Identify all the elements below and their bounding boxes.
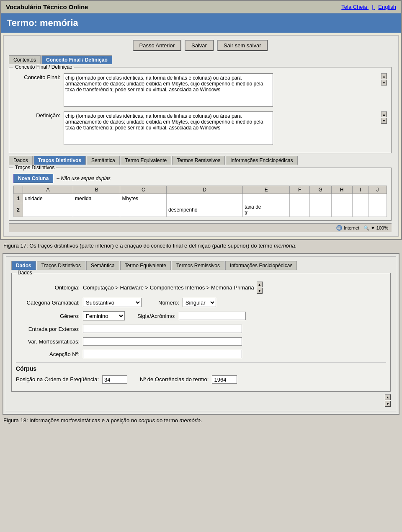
header-links[interactable]: Tela Cheia | English bbox=[338, 4, 396, 10]
grid-cell-2a[interactable] bbox=[23, 203, 73, 217]
grid-row-2: 2 desempenho taxa detr bbox=[14, 203, 387, 217]
grid-cell-1a[interactable]: unidade bbox=[23, 194, 73, 203]
fullscreen-link[interactable]: Tela Cheia bbox=[341, 4, 367, 10]
sigla-label: Sigla/Acrônimo: bbox=[137, 313, 175, 319]
tab2-termo-equiv[interactable]: Termo Equivalente bbox=[120, 261, 171, 270]
grid-col-a: A bbox=[23, 186, 73, 194]
entrada-input[interactable] bbox=[83, 325, 242, 333]
browser-window-2: Dados Traços Distintivos Semântica Termo… bbox=[3, 253, 399, 415]
save-button[interactable]: Salvar bbox=[185, 40, 214, 51]
grid-cell-2j[interactable] bbox=[368, 203, 387, 217]
grid-row-2-num: 2 bbox=[14, 203, 23, 217]
posicao-value: Nº de Ocorrências do termo: bbox=[102, 375, 386, 384]
definicao-scroll-down[interactable]: ▼ bbox=[381, 118, 387, 124]
figure1-term: memória bbox=[274, 243, 295, 249]
grid-cell-2h[interactable] bbox=[331, 203, 352, 217]
numero-select[interactable]: Singular Plural bbox=[183, 298, 216, 307]
grid-cell-2i[interactable] bbox=[352, 203, 368, 217]
prev-button[interactable]: Passo Anterior bbox=[133, 40, 182, 51]
language-link[interactable]: English bbox=[378, 4, 396, 10]
var-morfo-value bbox=[83, 337, 386, 346]
sigla-input[interactable] bbox=[179, 312, 246, 320]
tab-dados[interactable]: Dados bbox=[9, 156, 33, 165]
main-scroll-up[interactable]: ▲ bbox=[385, 394, 391, 400]
genero-value: Feminino Masculino Neutro Sigla/Acrônimo… bbox=[83, 311, 386, 320]
tab-termos-remiss[interactable]: Termos Remissivos bbox=[172, 156, 225, 165]
tab2-info-encic[interactable]: Informações Enciclopédicas bbox=[225, 261, 297, 270]
numero-label: Número: bbox=[158, 300, 179, 306]
grid-cell-2g[interactable] bbox=[309, 203, 331, 217]
ontologia-scroll-up[interactable]: ▲ bbox=[257, 281, 263, 287]
acep-input[interactable] bbox=[83, 350, 242, 358]
figure2-caption-text: Figura 18: Informações morfossintáticas … bbox=[3, 417, 137, 424]
bottom-tabs: Dados Traços Distintivos Semântica Termo… bbox=[9, 156, 392, 165]
tab-semantica[interactable]: Semântica bbox=[87, 156, 120, 165]
tab-tracos[interactable]: Traços Distintivos bbox=[34, 156, 86, 165]
ontologia-row: Ontologia: Computação > Hardware > Compo… bbox=[16, 281, 386, 294]
figure2-term: memória bbox=[180, 417, 201, 424]
definicao-label: Definição: bbox=[13, 111, 64, 119]
definicao-textarea[interactable] bbox=[64, 111, 273, 145]
grid-cell-2d[interactable]: desempenho bbox=[167, 203, 243, 217]
cat-gram-row: Categoria Gramatical: Substantivo Verbo … bbox=[16, 298, 386, 307]
ocorrencias-label: Nº de Ocorrências do termo: bbox=[140, 376, 209, 383]
figure2-caption: Figura 18: Informações morfossintáticas … bbox=[0, 415, 402, 428]
conceito-scroll-down[interactable]: ▼ bbox=[381, 80, 387, 85]
grid-cell-2f[interactable] bbox=[290, 203, 309, 217]
definicao-row: Definição: ▲ ▼ bbox=[13, 111, 387, 146]
term-title: Termo: memória bbox=[7, 18, 78, 28]
cat-gram-value: Substantivo Verbo Adjetivo Número: Singu… bbox=[83, 298, 386, 307]
tab2-semantica[interactable]: Semântica bbox=[86, 261, 119, 270]
nova-coluna-button[interactable]: Nova Coluna bbox=[13, 174, 53, 183]
tab-termo-equiv[interactable]: Termo Equivalente bbox=[121, 156, 171, 165]
var-morfo-input[interactable] bbox=[83, 337, 242, 346]
grid-cell-1e[interactable] bbox=[243, 194, 290, 203]
fieldset-tracos-legend: Traços Distintivos bbox=[13, 165, 56, 170]
tab-conceito[interactable]: Conceito Final / Definição bbox=[41, 55, 112, 64]
acep-value bbox=[83, 350, 386, 358]
figure1-caption-text: Figura 17: Os traços distintivos (parte … bbox=[3, 243, 272, 249]
content-area-2: Dados Traços Distintivos Semântica Termo… bbox=[6, 256, 396, 411]
grid-row-1: 1 unidade medida Mbytes bbox=[14, 194, 387, 203]
genero-row: Gênero: Feminino Masculino Neutro Sigla/… bbox=[16, 311, 386, 320]
ontologia-scroll-down[interactable]: ▼ bbox=[257, 288, 263, 294]
grid-cell-2b[interactable] bbox=[73, 203, 120, 217]
grid-cell-1h[interactable] bbox=[331, 194, 352, 203]
grid-cell-1f[interactable] bbox=[290, 194, 309, 203]
tab2-tracos[interactable]: Traços Distintivos bbox=[37, 261, 85, 270]
grid-cell-1g[interactable] bbox=[309, 194, 331, 203]
posicao-input[interactable] bbox=[102, 375, 127, 384]
grid-header-row: A B C D E F G H I J bbox=[14, 186, 387, 194]
tab-contextos[interactable]: Contextos bbox=[9, 55, 41, 64]
ontologia-scroll: ▲ ▼ bbox=[257, 281, 263, 294]
grid-cell-2e[interactable]: taxa detr bbox=[243, 203, 290, 217]
tab-info-encic[interactable]: Informações Enciclopédicas bbox=[226, 156, 297, 165]
figure2-corpus: corpus bbox=[139, 417, 155, 424]
grid-cell-1i[interactable] bbox=[352, 194, 368, 203]
main-scroll-down[interactable]: ▼ bbox=[385, 401, 391, 407]
definicao-scroll-up[interactable]: ▲ bbox=[381, 111, 387, 117]
grid-cell-1d[interactable] bbox=[167, 194, 243, 203]
grid-row-1-num: 1 bbox=[14, 194, 23, 203]
grid-cell-1c[interactable]: Mbytes bbox=[120, 194, 167, 203]
tab2-termos-remiss[interactable]: Termos Remissivos bbox=[172, 261, 224, 270]
conceito-scroll-up[interactable]: ▲ bbox=[381, 73, 387, 79]
entrada-label: Entrada por Extenso: bbox=[16, 326, 83, 332]
posicao-row: Posição na Ordem de Freqüência: Nº de Oc… bbox=[16, 375, 386, 384]
fieldset-conceito: Conceito Final / Definição Conceito Fina… bbox=[9, 64, 392, 153]
grid-table: A B C D E F G H I J bbox=[13, 186, 387, 217]
exit-button[interactable]: Sair sem salvar bbox=[217, 40, 268, 51]
grid-cell-1j[interactable] bbox=[368, 194, 387, 203]
conceito-final-row: Conceito Final: ▲ ▼ bbox=[13, 73, 387, 108]
app-title: Vocabulário Técnico Online bbox=[6, 3, 88, 10]
cat-gram-select[interactable]: Substantivo Verbo Adjetivo bbox=[83, 298, 142, 307]
ocorrencias-input[interactable] bbox=[212, 375, 237, 384]
grid-cell-2c[interactable] bbox=[120, 203, 167, 217]
genero-select[interactable]: Feminino Masculino Neutro bbox=[83, 311, 125, 320]
conceito-final-textarea[interactable] bbox=[64, 73, 273, 107]
tab2-dados[interactable]: Dados bbox=[11, 261, 36, 270]
grid-cell-1b[interactable]: medida bbox=[73, 194, 120, 203]
definicao-value bbox=[64, 111, 381, 146]
grid-col-j: J bbox=[368, 186, 387, 194]
genero-label: Gênero: bbox=[16, 313, 83, 319]
